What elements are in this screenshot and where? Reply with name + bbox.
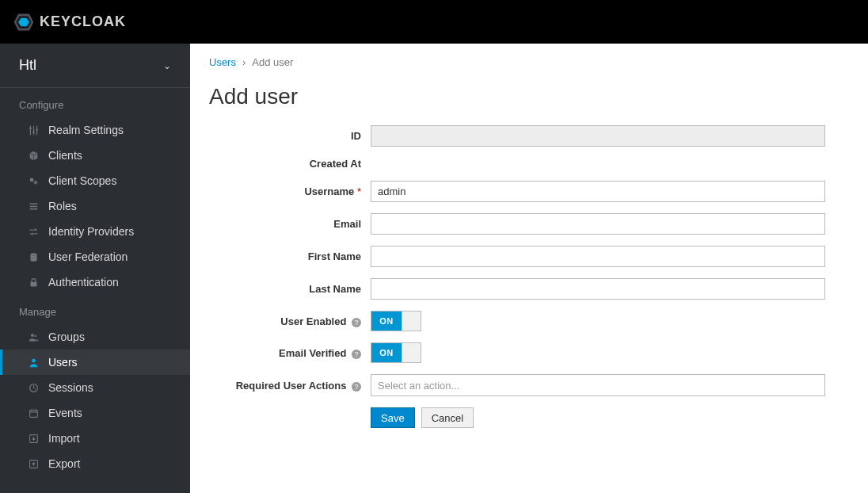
- sidebar-item-events[interactable]: Events: [0, 400, 190, 426]
- svg-point-5: [36, 128, 37, 130]
- help-icon[interactable]: ?: [352, 382, 361, 392]
- row-user-enabled: User Enabled ? ON: [209, 311, 849, 331]
- save-button[interactable]: Save: [371, 407, 415, 428]
- realm-selector[interactable]: Htl ⌄: [0, 44, 190, 88]
- toggle-knob: [402, 311, 421, 331]
- sidebar: Htl ⌄ Configure Realm SettingsClientsCli…: [0, 44, 190, 493]
- sidebar-item-label: Events: [48, 407, 82, 419]
- realm-name: Htl: [19, 57, 36, 74]
- sidebar-item-label: Import: [48, 432, 80, 445]
- export-icon: [28, 459, 39, 469]
- help-icon[interactable]: ?: [352, 350, 361, 359]
- brand-text: KEYCLOAK: [40, 13, 126, 30]
- label-username: Username: [304, 185, 354, 197]
- svg-point-6: [29, 178, 33, 182]
- label-required-actions: Required User Actions: [236, 380, 347, 392]
- sidebar-item-clients[interactable]: Clients: [0, 143, 190, 168]
- sidebar-item-identity-providers[interactable]: Identity Providers: [0, 219, 190, 244]
- sidebar-item-label: Sessions: [48, 381, 93, 394]
- sidebar-item-import[interactable]: Import: [0, 426, 190, 451]
- required-actions-placeholder: Select an action...: [378, 380, 459, 392]
- label-last-name: Last Name: [209, 283, 371, 295]
- sidebar-item-sessions[interactable]: Sessions: [0, 375, 190, 400]
- row-email: Email: [209, 213, 849, 235]
- row-buttons: Save Cancel: [209, 407, 849, 428]
- last-name-field[interactable]: [371, 278, 825, 300]
- breadcrumb-separator-icon: ›: [242, 56, 246, 68]
- section-manage: Manage: [0, 295, 190, 324]
- first-name-field[interactable]: [371, 246, 825, 267]
- sidebar-item-label: Roles: [48, 200, 77, 212]
- breadcrumb: Users › Add user: [209, 56, 849, 68]
- sliders-icon: [28, 125, 39, 136]
- sidebar-item-label: Authentication: [48, 276, 119, 289]
- svg-point-7: [33, 180, 37, 184]
- id-field: [371, 125, 825, 147]
- email-field[interactable]: [371, 213, 825, 235]
- toggle-on-label: ON: [371, 343, 402, 362]
- label-id: ID: [209, 130, 371, 142]
- svg-rect-14: [29, 410, 37, 417]
- sidebar-item-authentication[interactable]: Authentication: [0, 269, 190, 295]
- row-username: Username *: [209, 181, 849, 202]
- logo[interactable]: KEYCLOAK: [13, 11, 126, 33]
- toggle-on-label: ON: [371, 311, 402, 331]
- svg-point-11: [34, 334, 36, 337]
- label-email: Email: [209, 218, 371, 230]
- users-icon: [28, 332, 39, 342]
- calendar-icon: [28, 408, 39, 418]
- sidebar-item-user-federation[interactable]: User Federation: [0, 244, 190, 269]
- help-icon[interactable]: ?: [352, 318, 361, 327]
- sidebar-item-client-scopes[interactable]: Client Scopes: [0, 168, 190, 193]
- sidebar-item-users[interactable]: Users: [0, 350, 190, 375]
- content: Users › Add user Add user ID Created At …: [190, 44, 868, 493]
- row-required-actions: Required User Actions ? Select an action…: [209, 374, 849, 396]
- sidebar-item-realm-settings[interactable]: Realm Settings: [0, 117, 190, 143]
- sidebar-item-label: Users: [48, 356, 78, 369]
- row-email-verified: Email Verified ? ON: [209, 342, 849, 363]
- breadcrumb-current: Add user: [252, 56, 293, 68]
- email-verified-toggle[interactable]: ON: [371, 342, 421, 363]
- label-email-verified: Email Verified: [279, 347, 346, 359]
- svg-point-3: [29, 127, 31, 128]
- label-first-name: First Name: [209, 250, 371, 262]
- svg-point-12: [32, 358, 36, 362]
- sidebar-item-label: Groups: [48, 331, 85, 343]
- sidebar-item-label: Realm Settings: [48, 124, 124, 136]
- required-actions-select[interactable]: Select an action...: [371, 374, 825, 396]
- sidebar-item-groups[interactable]: Groups: [0, 324, 190, 350]
- database-icon: [28, 252, 39, 262]
- import-icon: [28, 434, 39, 444]
- page-title: Add user: [209, 84, 849, 109]
- cube-icon: [28, 151, 39, 161]
- cancel-button[interactable]: Cancel: [421, 407, 474, 428]
- svg-rect-9: [30, 281, 36, 286]
- toggle-knob: [402, 343, 421, 362]
- svg-point-8: [30, 253, 36, 255]
- chevron-down-icon: ⌄: [163, 60, 171, 71]
- sidebar-item-roles[interactable]: Roles: [0, 193, 190, 219]
- top-header: KEYCLOAK: [0, 0, 868, 44]
- row-created-at: Created At: [209, 158, 849, 170]
- row-first-name: First Name: [209, 246, 849, 267]
- row-id: ID: [209, 125, 849, 147]
- user-icon: [28, 357, 39, 368]
- sidebar-item-label: Client Scopes: [48, 174, 116, 187]
- sidebar-item-label: Export: [48, 457, 80, 470]
- sidebar-item-label: User Federation: [48, 250, 128, 263]
- row-last-name: Last Name: [209, 278, 849, 300]
- user-enabled-toggle[interactable]: ON: [371, 311, 421, 331]
- sidebar-item-label: Identity Providers: [48, 225, 134, 238]
- logo-icon: [13, 11, 35, 33]
- section-configure: Configure: [0, 88, 190, 117]
- list-icon: [28, 201, 39, 212]
- shapes-icon: [28, 176, 39, 186]
- username-field[interactable]: [371, 181, 825, 202]
- sidebar-item-label: Clients: [48, 149, 82, 162]
- required-marker: *: [357, 185, 361, 197]
- sidebar-item-export[interactable]: Export: [0, 451, 190, 476]
- svg-point-10: [30, 334, 33, 337]
- breadcrumb-parent[interactable]: Users: [209, 56, 236, 68]
- label-user-enabled: User Enabled: [280, 315, 346, 327]
- clock-icon: [28, 383, 39, 393]
